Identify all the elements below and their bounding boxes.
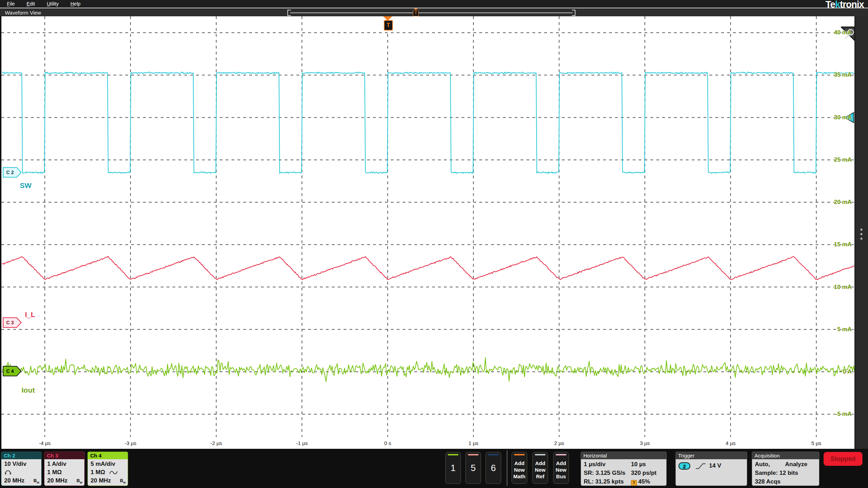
ch2-scale: 10 V/div: [4, 461, 26, 468]
x-axis-label: 4 µs: [717, 440, 744, 446]
add-button-label: AddNewBus: [554, 460, 568, 480]
series-I_L: [2, 256, 854, 280]
menu-bar-items: FileEditUtilityHelp: [0, 0, 868, 8]
channel-button-label: 5: [466, 463, 481, 473]
menu-item-file[interactable]: File: [7, 1, 15, 7]
ch3-bandwidth: 20 MHz: [47, 477, 68, 484]
ruler-line: [290, 12, 573, 13]
y-axis-label: -5 mA: [835, 410, 852, 418]
channel-button-label: 6: [486, 463, 501, 473]
trigger-panel-title: Trigger: [676, 452, 747, 459]
channel-panel-ch3[interactable]: Ch 3 1 A/div 1 MΩ 20 MHz Bw: [44, 452, 85, 486]
horizontal-position: T45%: [631, 478, 650, 486]
add-new-math-button[interactable]: AddNewMath: [512, 452, 527, 484]
add-button-label: AddNewRef: [533, 460, 548, 480]
add-new-bus-button[interactable]: AddNewBus: [553, 452, 569, 484]
menu-item-utility[interactable]: Utility: [47, 1, 59, 7]
trigger-position-flag-icon[interactable]: T: [384, 20, 393, 31]
sine-coupling-icon: [109, 470, 118, 476]
y-axis-label: 20 mA: [834, 198, 852, 206]
acquisition-panel-title: Acquisition: [752, 452, 819, 459]
wave-label-iout[interactable]: Iout: [22, 386, 35, 394]
channel-color-stripe: [488, 454, 499, 455]
zoom-overview-ruler[interactable]: T: [287, 10, 575, 15]
x-axis-label: -1 µs: [288, 440, 316, 446]
svg-text:C 3: C 3: [6, 320, 14, 325]
horizontal-panel-title: Horizontal: [581, 452, 666, 459]
ch4-scale: 5 mA/div: [91, 461, 115, 468]
acquisition-mode: Auto,: [755, 461, 770, 468]
channel-button-6[interactable]: 6: [486, 452, 501, 484]
channel-badge-c3[interactable]: C 3: [3, 317, 22, 328]
x-axis-label: 1 µs: [460, 440, 487, 446]
channel-badge-c2[interactable]: C 2: [3, 167, 22, 178]
probe-icon: [4, 469, 12, 475]
y-axis-label: 40 mA: [834, 29, 852, 36]
channel-panel-ch4[interactable]: Ch 4 5 mA/div 1 MΩ 20 MHz Bw: [87, 452, 128, 486]
channel-color-stripe: [448, 454, 458, 455]
x-axis-label: -3 µs: [117, 440, 144, 446]
y-axis-label: 25 mA: [834, 156, 852, 164]
horizontal-scale: 1 µs/div: [584, 461, 606, 468]
acquisition-count: 328 Acqs: [755, 478, 781, 485]
channel-panel-ch2[interactable]: Ch 2 10 V/div 20 MHz Bw: [1, 452, 42, 486]
ch4-impedance: 1 MΩ: [91, 469, 105, 476]
x-axis-label: 5 µs: [802, 440, 830, 446]
horizontal-record-length: RL: 31.25 kpts: [584, 478, 624, 485]
add-button-label: AddNewMath: [512, 460, 527, 480]
ch2-bandwidth: 20 MHz: [4, 477, 25, 484]
x-axis-label: -2 µs: [202, 440, 230, 446]
wave-label-il[interactable]: I_L: [25, 311, 35, 319]
waveform-canvas: [1, 16, 854, 449]
bandwidth-limit-badge: Bw: [120, 478, 126, 484]
channel-color-stripe: [468, 454, 479, 455]
menu-item-help[interactable]: Help: [70, 1, 81, 7]
waveform-plot-area[interactable]: C 2 SW C 3 I_L C 4 Iout T 40 mA35 mA30 m…: [1, 16, 854, 449]
run-stop-indicator[interactable]: Stopped: [824, 452, 862, 466]
horizontal-window: 10 µs: [631, 461, 646, 468]
x-axis-label: -4 µs: [31, 440, 59, 446]
ch3-scale: 1 A/div: [47, 461, 66, 468]
trigger-t-icon: T: [631, 480, 637, 486]
y-axis-label: 0 A: [843, 368, 852, 376]
y-axis-label: 15 mA: [834, 241, 852, 248]
ch3-impedance: 1 MΩ: [47, 469, 62, 476]
ch4-bandwidth: 20 MHz: [91, 477, 111, 484]
svg-text:C 2: C 2: [6, 170, 14, 175]
bandwidth-limit-badge: Bw: [34, 478, 39, 484]
bottom-control-bar: Ch 2 10 V/div 20 MHz Bw Ch 3 1 A/div 1 M…: [0, 449, 868, 488]
acquisition-panel[interactable]: Acquisition Auto, Analyze Sample: 12 bit…: [752, 452, 819, 486]
horizontal-panel[interactable]: Horizontal 1 µs/div 10 µs SR: 3.125 GS/s…: [581, 452, 667, 486]
scrollbar-grip[interactable]: [860, 226, 862, 242]
menu-item-edit[interactable]: Edit: [27, 1, 35, 7]
x-axis-label: 2 µs: [545, 440, 573, 446]
acquisition-analyze: Analyze: [785, 461, 807, 468]
channel-button-5[interactable]: 5: [465, 452, 481, 484]
button-color-stripe: [556, 454, 566, 455]
channel-button-label: 1: [446, 463, 461, 473]
button-color-stripe: [514, 454, 525, 455]
add-new-ref-button[interactable]: AddNewRef: [532, 452, 548, 484]
trigger-panel[interactable]: Trigger 2 14 V: [675, 452, 747, 486]
vertical-scrollbar[interactable]: [854, 16, 868, 449]
y-axis-label: 35 mA: [834, 71, 852, 79]
wave-label-sw[interactable]: SW: [20, 181, 32, 190]
ruler-trigger-marker-icon[interactable]: T: [413, 10, 419, 16]
horizontal-sample-rate: SR: 3.125 GS/s: [584, 470, 625, 477]
svg-text:C 4: C 4: [6, 368, 14, 374]
channel-button-1[interactable]: 1: [445, 452, 461, 484]
channel-panel-ch4-title: Ch 4: [88, 452, 128, 459]
x-axis-label: 3 µs: [631, 440, 659, 446]
y-axis-label: 30 mA: [834, 114, 852, 121]
channel-badge-c4[interactable]: C 4: [3, 366, 22, 376]
trigger-level-value: 14 V: [709, 462, 721, 469]
view-title: Waveform View: [5, 10, 41, 16]
series-SW: [2, 72, 854, 174]
acquisition-sample: Sample: 12 bits: [755, 470, 798, 477]
oscilloscope-app: FileEditUtilityHelp Tektronix Waveform V…: [0, 0, 868, 488]
horizontal-resolution: 320 ps/pt: [631, 470, 657, 477]
y-axis-label: 10 mA: [834, 283, 852, 291]
menu-bar: FileEditUtilityHelp Tektronix: [0, 0, 868, 8]
bandwidth-limit-badge: Bw: [77, 478, 82, 484]
waveform-view-titlebar: Waveform View T: [0, 8, 868, 16]
